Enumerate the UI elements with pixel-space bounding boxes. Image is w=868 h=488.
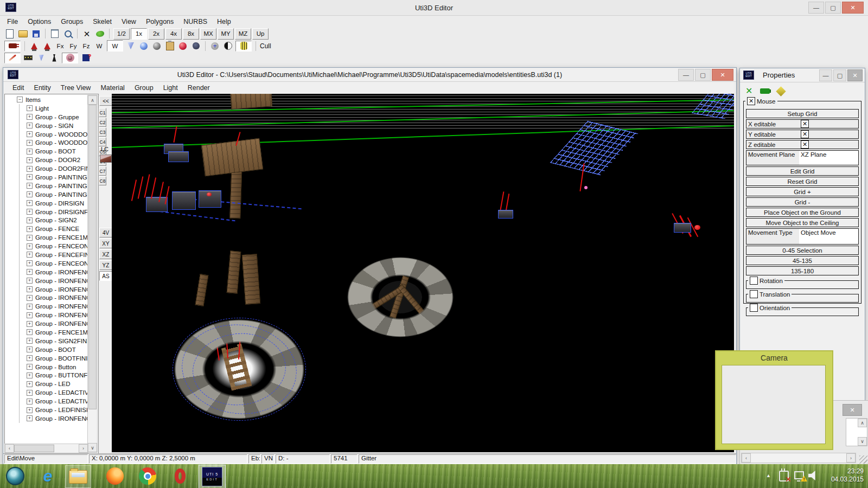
expand-icon[interactable]: + bbox=[27, 312, 33, 318]
zoom-icon[interactable] bbox=[62, 29, 73, 38]
editor-menu-item[interactable]: Entity bbox=[29, 83, 56, 93]
tree-item[interactable]: + Light bbox=[6, 104, 88, 113]
setup-grid-button[interactable]: Setup Grid bbox=[746, 109, 859, 118]
tree-item[interactable]: + Group - IRONFENC bbox=[6, 319, 88, 328]
light-marker[interactable] bbox=[173, 126, 177, 143]
collapse-panel-button[interactable]: << bbox=[99, 96, 112, 106]
zoom-level-button[interactable]: MY bbox=[218, 28, 234, 40]
tree-item[interactable]: + Group - DIRSIGNF bbox=[6, 208, 88, 216]
tree-item[interactable]: + Group - IRONFENC bbox=[6, 268, 88, 277]
wood-plank-object[interactable] bbox=[227, 251, 241, 293]
axis-marker-x-icon[interactable] bbox=[29, 41, 40, 51]
grid-action-button[interactable]: Move Object to the Ceiling bbox=[746, 218, 859, 227]
tree-item[interactable]: + Group - BUTTONF bbox=[6, 371, 88, 380]
scroll-left-button[interactable]: ‹ bbox=[5, 444, 14, 453]
zoom-level-button[interactable]: 2x bbox=[148, 28, 164, 40]
expand-icon[interactable]: + bbox=[27, 338, 33, 344]
toggle-group-checkbox[interactable] bbox=[750, 277, 758, 285]
camera-view[interactable] bbox=[722, 365, 826, 444]
minimize-button[interactable]: — bbox=[808, 2, 824, 14]
tree-item[interactable]: + Group - IRONFENC bbox=[6, 311, 88, 319]
camera-preset-button[interactable]: C8 bbox=[99, 176, 106, 185]
scroll-up-button[interactable]: ∧ bbox=[88, 95, 97, 105]
expand-icon[interactable]: + bbox=[27, 183, 33, 189]
tree-item[interactable]: + Group - IRONFENC bbox=[6, 302, 88, 311]
editable-checkbox[interactable] bbox=[801, 120, 809, 128]
scroll-right-button[interactable]: › bbox=[846, 453, 856, 463]
entity-box[interactable] bbox=[172, 191, 196, 210]
expand-icon[interactable]: + bbox=[27, 252, 33, 258]
tree-item[interactable]: + Group - Gruppe bbox=[6, 113, 88, 121]
orb-icon[interactable] bbox=[62, 53, 78, 63]
grid-action-button[interactable]: Place Object on the Ground bbox=[746, 208, 859, 217]
tree-item[interactable]: + Group - BOOTFINI bbox=[6, 354, 88, 363]
light-marker[interactable] bbox=[138, 176, 144, 198]
open-file-icon[interactable] bbox=[17, 29, 28, 38]
expand-icon[interactable]: + bbox=[27, 390, 33, 396]
wood-plank-object[interactable] bbox=[195, 274, 209, 306]
tree-root[interactable]: − Items bbox=[6, 95, 88, 104]
texture-thumbnail[interactable] bbox=[100, 155, 112, 163]
scroll-down-button[interactable]: ∨ bbox=[858, 437, 867, 446]
blue-cone-icon[interactable] bbox=[36, 53, 47, 63]
save-icon[interactable] bbox=[30, 29, 41, 38]
expand-icon[interactable]: + bbox=[27, 123, 33, 129]
tree-item[interactable]: + Group - IRONFENC bbox=[6, 293, 88, 302]
editor-menu-item[interactable]: Group bbox=[130, 83, 158, 93]
expand-icon[interactable]: + bbox=[27, 321, 33, 327]
tree-item[interactable]: + Group - PAINTING bbox=[6, 173, 88, 182]
entity-box[interactable] bbox=[146, 197, 168, 212]
fragment-close-button[interactable]: ✕ bbox=[843, 404, 862, 416]
properties-maximize-button[interactable]: ▢ bbox=[833, 69, 846, 81]
editable-checkbox[interactable] bbox=[801, 130, 809, 138]
tree-item[interactable]: + Group - FENCE1M bbox=[6, 233, 88, 242]
textured-sphere-icon[interactable] bbox=[151, 41, 162, 51]
paste-icon[interactable] bbox=[164, 41, 175, 51]
editor-maximize-button[interactable]: ▢ bbox=[695, 69, 711, 81]
expand-icon[interactable]: + bbox=[27, 243, 33, 249]
cube-question-icon[interactable] bbox=[80, 53, 91, 63]
cylinder-icon[interactable] bbox=[235, 41, 252, 52]
tree-item[interactable]: + Group - WOODDO bbox=[6, 138, 88, 147]
tree-item[interactable]: + Group - PAINTING bbox=[6, 182, 88, 190]
tree-item[interactable]: + Group - Button bbox=[6, 363, 88, 371]
expand-icon[interactable]: + bbox=[27, 286, 33, 292]
scroll-down-button[interactable]: ∨ bbox=[88, 443, 97, 452]
tree-item[interactable]: + Group - DIRSIGN bbox=[6, 199, 88, 208]
scroll-right-button[interactable]: › bbox=[79, 444, 88, 453]
expand-icon[interactable]: + bbox=[27, 278, 33, 284]
tree-vscrollbar[interactable]: ∧ ∨ bbox=[87, 95, 98, 453]
expand-icon[interactable]: + bbox=[27, 381, 33, 387]
toggle-group-checkbox[interactable] bbox=[750, 290, 758, 298]
taskbar-clock[interactable]: 23:29 04.03.2015 bbox=[819, 467, 864, 484]
expand-icon[interactable]: + bbox=[27, 364, 33, 370]
wood-plank-object[interactable] bbox=[242, 254, 260, 305]
close-button[interactable]: ✕ bbox=[842, 2, 864, 14]
menu-item[interactable]: Skelet bbox=[88, 17, 117, 27]
tree-item[interactable]: + Group - LEDFINISH bbox=[6, 406, 88, 414]
view-mode-button[interactable]: YZ bbox=[99, 260, 112, 270]
dark-mesh-icon[interactable] bbox=[190, 41, 201, 51]
light-marker[interactable] bbox=[144, 174, 150, 197]
tree-item[interactable]: + Group - WOODDO bbox=[6, 130, 88, 139]
view-mode-button[interactable]: 4V bbox=[99, 228, 112, 237]
tree-item[interactable]: + Group - FENCEON bbox=[6, 242, 88, 251]
menu-item[interactable]: NURBS bbox=[178, 17, 212, 27]
scroll-left-button[interactable]: ‹ bbox=[742, 453, 751, 463]
expand-icon[interactable]: + bbox=[27, 209, 33, 215]
menu-item[interactable]: View bbox=[117, 17, 141, 27]
grid-sphere-icon[interactable] bbox=[209, 41, 220, 51]
plug-icon[interactable] bbox=[4, 41, 21, 52]
zoom-level-button[interactable]: Up bbox=[252, 28, 269, 40]
camera-preset-button[interactable]: C3 bbox=[99, 127, 106, 137]
selection-range-button[interactable]: 0-45 Selection bbox=[746, 246, 859, 255]
tree-item[interactable]: + Group - IRONFENC bbox=[6, 414, 88, 423]
camera-preset-button[interactable]: C4 bbox=[99, 137, 106, 146]
cull-label[interactable]: Cull bbox=[260, 42, 271, 50]
expand-icon[interactable]: + bbox=[27, 355, 33, 361]
tree-item[interactable]: + Group - SIGN2FINI bbox=[6, 337, 88, 345]
menu-item[interactable]: Options bbox=[23, 17, 56, 27]
tree-item[interactable]: + Group - LED bbox=[6, 380, 88, 388]
tree-item[interactable]: + Group - FENCE bbox=[6, 224, 88, 233]
file-properties-icon[interactable] bbox=[49, 29, 60, 38]
